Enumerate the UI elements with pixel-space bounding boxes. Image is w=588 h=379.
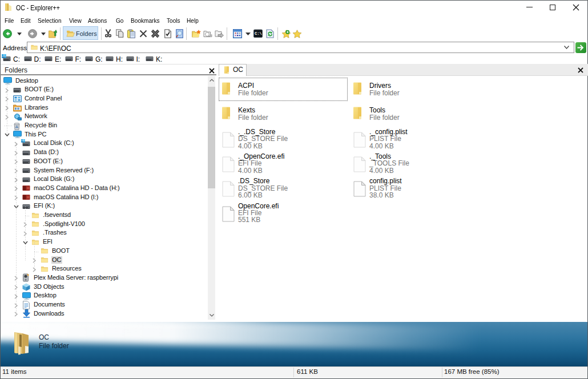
svg-text:C:\: C:\: [255, 31, 262, 36]
